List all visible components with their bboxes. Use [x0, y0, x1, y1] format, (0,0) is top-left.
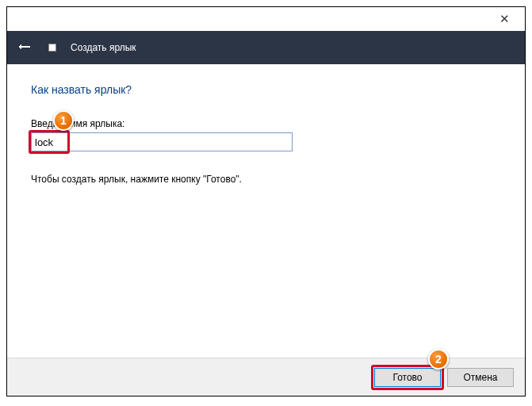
page-heading: Как назвать ярлык? [31, 83, 501, 96]
finish-button-wrap: Готово 2 [374, 368, 441, 387]
shortcut-name-input[interactable] [31, 132, 293, 151]
back-arrow-icon[interactable]: 🠔 [18, 40, 34, 55]
nav-header: 🠔 Создать ярлык [7, 31, 525, 64]
title-bar: ✕ [7, 7, 525, 31]
help-text: Чтобы создать ярлык, нажмите кнопку "Гот… [31, 174, 501, 185]
footer-bar: Готово 2 Отмена [7, 358, 525, 396]
content-area: Как назвать ярлык? Введите имя ярлыка: 1… [7, 64, 525, 358]
wizard-window: ✕ 🠔 Создать ярлык Как назвать ярлык? Вве… [6, 6, 526, 396]
shortcut-icon [48, 44, 56, 52]
name-field-label: Введите имя ярлыка: [31, 118, 501, 129]
finish-button[interactable]: Готово [374, 368, 441, 387]
cancel-button[interactable]: Отмена [447, 368, 514, 387]
nav-title: Создать ярлык [71, 42, 136, 53]
name-input-wrap: 1 [31, 132, 293, 151]
close-icon[interactable]: ✕ [488, 8, 520, 30]
